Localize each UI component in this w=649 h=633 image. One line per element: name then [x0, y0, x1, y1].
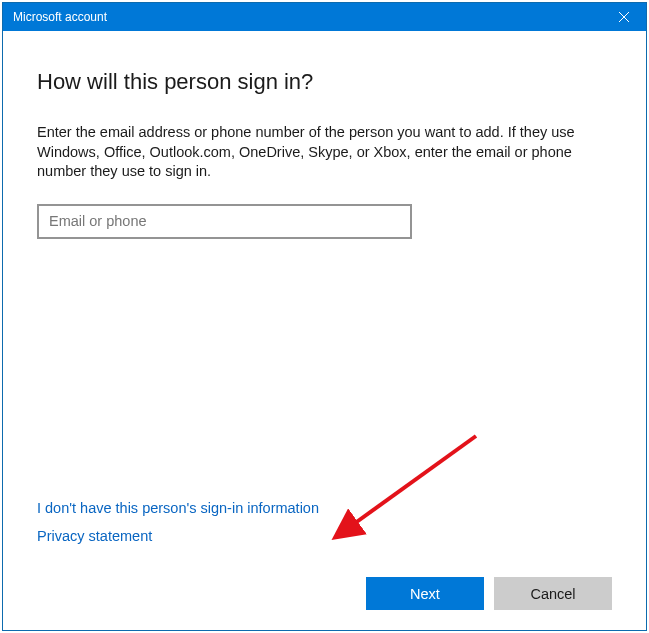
- privacy-statement-link[interactable]: Privacy statement: [37, 528, 152, 544]
- close-button[interactable]: [601, 3, 646, 31]
- next-button[interactable]: Next: [366, 577, 484, 610]
- window-title: Microsoft account: [13, 3, 107, 31]
- titlebar: Microsoft account: [3, 3, 646, 31]
- dialog-window: Microsoft account How will this person s…: [2, 2, 647, 631]
- page-heading: How will this person sign in?: [37, 69, 612, 95]
- close-icon: [619, 12, 629, 22]
- spacer: [37, 259, 612, 499]
- email-or-phone-input[interactable]: [37, 204, 412, 239]
- button-row: Next Cancel: [37, 577, 612, 610]
- dialog-content: How will this person sign in? Enter the …: [3, 31, 646, 630]
- links-section: I don't have this person's sign-in infor…: [37, 499, 612, 555]
- cancel-button[interactable]: Cancel: [494, 577, 612, 610]
- no-signin-info-link[interactable]: I don't have this person's sign-in infor…: [37, 500, 319, 516]
- instruction-text: Enter the email address or phone number …: [37, 123, 597, 182]
- input-container: [37, 204, 612, 239]
